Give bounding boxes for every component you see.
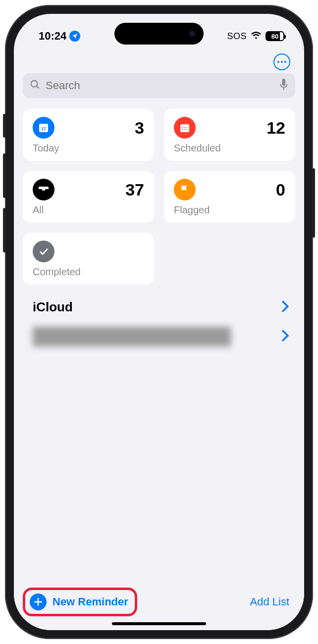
svg-point-9 [184, 127, 185, 128]
card-flagged-count: 0 [276, 180, 285, 199]
card-today-count: 3 [135, 118, 144, 138]
svg-text:17: 17 [41, 126, 46, 131]
redacted-account-label [33, 327, 231, 347]
card-all-count: 37 [125, 180, 144, 199]
smart-lists-grid: 17 3 Today 12 Scheduled [23, 109, 295, 285]
card-scheduled-count: 12 [266, 118, 285, 138]
more-options-button[interactable] [273, 53, 290, 70]
card-flagged-label: Flagged [174, 204, 285, 216]
side-button [3, 208, 6, 252]
flag-icon [174, 179, 196, 200]
svg-point-12 [184, 129, 185, 130]
search-input[interactable] [46, 79, 274, 92]
section-account[interactable] [23, 323, 295, 350]
wifi-icon [251, 31, 262, 42]
section-icloud[interactable]: iCloud [23, 291, 295, 323]
svg-point-13 [186, 129, 187, 130]
calendar-icon [174, 117, 196, 139]
chevron-right-icon [281, 330, 289, 344]
card-completed-label: Completed [33, 266, 144, 278]
new-reminder-button[interactable]: New Reminder [26, 590, 135, 614]
section-icloud-title: iCloud [33, 299, 73, 315]
card-scheduled-label: Scheduled [174, 143, 285, 154]
ellipsis-icon [277, 61, 286, 63]
svg-line-1 [37, 86, 39, 89]
side-button [3, 114, 6, 138]
battery-icon: 80 [265, 31, 284, 41]
card-all-label: All [33, 204, 144, 216]
plus-circle-icon [30, 594, 47, 610]
svg-point-0 [31, 81, 38, 87]
microphone-icon[interactable] [279, 79, 288, 93]
sos-indicator: SOS [227, 31, 247, 42]
calendar-today-icon: 17 [33, 117, 54, 139]
chevron-right-icon [281, 300, 289, 314]
new-reminder-label: New Reminder [53, 595, 128, 608]
screen: 10:24 SOS 80 [14, 14, 304, 630]
camera-dot [189, 30, 196, 37]
search-icon [30, 79, 41, 92]
svg-rect-2 [282, 79, 286, 86]
card-flagged[interactable]: 0 Flagged [164, 171, 295, 223]
card-today[interactable]: 17 3 Today [23, 109, 154, 161]
card-today-label: Today [33, 143, 144, 154]
add-list-button[interactable]: Add List [250, 595, 293, 608]
svg-point-11 [182, 129, 183, 130]
battery-percent: 80 [266, 33, 283, 40]
search-field[interactable] [23, 73, 295, 98]
add-list-label: Add List [250, 595, 290, 608]
card-completed[interactable]: Completed [23, 233, 154, 285]
svg-point-8 [182, 127, 183, 128]
device-frame: 10:24 SOS 80 [5, 5, 313, 639]
dynamic-island [114, 23, 204, 45]
location-icon [69, 31, 80, 42]
inbox-icon [33, 179, 54, 200]
status-time: 10:24 [39, 30, 66, 43]
svg-point-10 [186, 127, 187, 128]
checkmark-icon [33, 241, 54, 262]
home-indicator[interactable] [112, 622, 206, 625]
side-button [3, 153, 6, 198]
card-all[interactable]: 37 All [23, 171, 154, 223]
side-button [312, 168, 315, 238]
card-scheduled[interactable]: 12 Scheduled [164, 109, 295, 161]
